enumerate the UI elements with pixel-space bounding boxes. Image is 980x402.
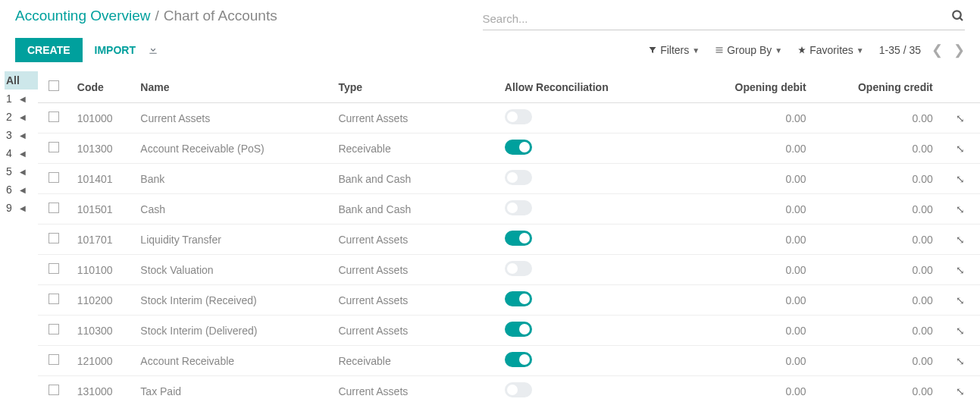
letter-filter-5[interactable]: 5◀ xyxy=(5,162,38,181)
header-credit[interactable]: Opening credit xyxy=(814,71,941,103)
cell-name[interactable]: Cash xyxy=(133,194,330,225)
row-checkbox[interactable] xyxy=(49,385,59,395)
expand-icon[interactable]: ⤡ xyxy=(956,264,965,276)
cell-name[interactable]: Stock Interim (Delivered) xyxy=(133,316,330,346)
row-checkbox[interactable] xyxy=(49,294,59,304)
reconcile-toggle[interactable] xyxy=(505,291,532,306)
cell-type[interactable]: Current Assets xyxy=(330,285,496,316)
cell-type[interactable]: Current Assets xyxy=(330,255,496,285)
cell-credit[interactable]: 0.00 xyxy=(814,103,941,133)
cell-credit[interactable]: 0.00 xyxy=(814,255,941,285)
cell-code[interactable]: 101000 xyxy=(70,103,133,133)
groupby-button[interactable]: Group By ▼ xyxy=(715,44,782,56)
cell-debit[interactable]: 0.00 xyxy=(687,255,814,285)
table-row[interactable]: 131000Tax PaidCurrent Assets0.000.00⤡ xyxy=(38,376,980,403)
cell-code[interactable]: 101501 xyxy=(70,194,133,225)
expand-icon[interactable]: ⤡ xyxy=(956,325,965,337)
cell-name[interactable]: Liquidity Transfer xyxy=(133,225,330,255)
row-checkbox[interactable] xyxy=(49,111,59,122)
cell-code[interactable]: 101701 xyxy=(70,225,133,255)
row-checkbox[interactable] xyxy=(49,233,59,243)
header-code[interactable]: Code xyxy=(70,71,133,103)
row-checkbox[interactable] xyxy=(49,354,59,365)
header-type[interactable]: Type xyxy=(330,71,496,103)
row-checkbox[interactable] xyxy=(49,324,59,334)
cell-credit[interactable]: 0.00 xyxy=(814,133,941,164)
table-row[interactable]: 101401BankBank and Cash0.000.00⤡ xyxy=(38,164,980,194)
cell-type[interactable]: Receivable xyxy=(330,346,496,376)
letter-filter-3[interactable]: 3◀ xyxy=(5,126,38,144)
cell-debit[interactable]: 0.00 xyxy=(687,285,814,316)
reconcile-toggle[interactable] xyxy=(505,231,532,246)
cell-type[interactable]: Current Assets xyxy=(330,103,496,133)
table-row[interactable]: 101501CashBank and Cash0.000.00⤡ xyxy=(38,194,980,225)
cell-type[interactable]: Current Assets xyxy=(330,225,496,255)
letter-filter-6[interactable]: 6◀ xyxy=(5,181,38,199)
cell-code[interactable]: 121000 xyxy=(70,346,133,376)
cell-code[interactable]: 101300 xyxy=(70,133,133,164)
reconcile-toggle[interactable] xyxy=(505,109,532,124)
row-checkbox[interactable] xyxy=(49,203,59,213)
cell-type[interactable]: Receivable xyxy=(330,133,496,164)
cell-code[interactable]: 110300 xyxy=(70,316,133,346)
cell-credit[interactable]: 0.00 xyxy=(814,164,941,194)
cell-code[interactable]: 110100 xyxy=(70,255,133,285)
cell-credit[interactable]: 0.00 xyxy=(814,376,941,403)
header-recon[interactable]: Allow Reconciliation xyxy=(497,71,687,103)
table-row[interactable]: 110300Stock Interim (Delivered)Current A… xyxy=(38,316,980,346)
cell-debit[interactable]: 0.00 xyxy=(687,225,814,255)
reconcile-toggle[interactable] xyxy=(505,352,532,367)
cell-credit[interactable]: 0.00 xyxy=(814,346,941,376)
row-checkbox[interactable] xyxy=(49,172,59,183)
expand-icon[interactable]: ⤡ xyxy=(956,234,965,246)
letter-filter-2[interactable]: 2◀ xyxy=(5,108,38,126)
cell-code[interactable]: 110200 xyxy=(70,285,133,316)
cell-name[interactable]: Stock Interim (Received) xyxy=(133,285,330,316)
cell-type[interactable]: Bank and Cash xyxy=(330,194,496,225)
cell-credit[interactable]: 0.00 xyxy=(814,316,941,346)
header-name[interactable]: Name xyxy=(133,71,330,103)
cell-debit[interactable]: 0.00 xyxy=(687,194,814,225)
reconcile-toggle[interactable] xyxy=(505,322,532,337)
header-debit[interactable]: Opening debit xyxy=(687,71,814,103)
expand-icon[interactable]: ⤡ xyxy=(956,203,965,215)
cell-credit[interactable]: 0.00 xyxy=(814,285,941,316)
cell-debit[interactable]: 0.00 xyxy=(687,164,814,194)
letter-filter-9[interactable]: 9◀ xyxy=(5,199,38,217)
cell-debit[interactable]: 0.00 xyxy=(687,133,814,164)
filters-button[interactable]: Filters ▼ xyxy=(648,44,700,56)
row-checkbox[interactable] xyxy=(49,142,59,152)
cell-debit[interactable]: 0.00 xyxy=(687,376,814,403)
import-button[interactable]: IMPORT xyxy=(95,44,136,56)
pager-next[interactable]: ❯ xyxy=(953,42,965,58)
reconcile-toggle[interactable] xyxy=(505,170,532,185)
create-button[interactable]: CREATE xyxy=(15,38,83,62)
cell-name[interactable]: Bank xyxy=(133,164,330,194)
cell-name[interactable]: Stock Valuation xyxy=(133,255,330,285)
table-row[interactable]: 110100Stock ValuationCurrent Assets0.000… xyxy=(38,255,980,285)
cell-type[interactable]: Current Assets xyxy=(330,376,496,403)
cell-name[interactable]: Account Receivable xyxy=(133,346,330,376)
cell-name[interactable]: Account Receivable (PoS) xyxy=(133,133,330,164)
expand-icon[interactable]: ⤡ xyxy=(956,385,965,397)
table-row[interactable]: 101701Liquidity TransferCurrent Assets0.… xyxy=(38,225,980,255)
select-all-checkbox[interactable] xyxy=(49,80,59,91)
search-icon[interactable] xyxy=(951,9,965,27)
table-row[interactable]: 101300Account Receivable (PoS)Receivable… xyxy=(38,133,980,164)
cell-debit[interactable]: 0.00 xyxy=(687,103,814,133)
letter-filter-all[interactable]: All xyxy=(5,71,38,90)
reconcile-toggle[interactable] xyxy=(505,200,532,215)
cell-code[interactable]: 131000 xyxy=(70,376,133,403)
table-row[interactable]: 121000Account ReceivableReceivable0.000.… xyxy=(38,346,980,376)
expand-icon[interactable]: ⤡ xyxy=(956,143,965,155)
download-icon[interactable] xyxy=(148,44,158,57)
table-row[interactable]: 110200Stock Interim (Received)Current As… xyxy=(38,285,980,316)
letter-filter-4[interactable]: 4◀ xyxy=(5,144,38,162)
search-input[interactable] xyxy=(483,8,966,30)
reconcile-toggle[interactable] xyxy=(505,261,532,276)
expand-icon[interactable]: ⤡ xyxy=(956,355,965,367)
cell-code[interactable]: 101401 xyxy=(70,164,133,194)
breadcrumb-root[interactable]: Accounting Overview xyxy=(15,8,150,24)
cell-name[interactable]: Current Assets xyxy=(133,103,330,133)
pager-prev[interactable]: ❮ xyxy=(931,42,943,58)
